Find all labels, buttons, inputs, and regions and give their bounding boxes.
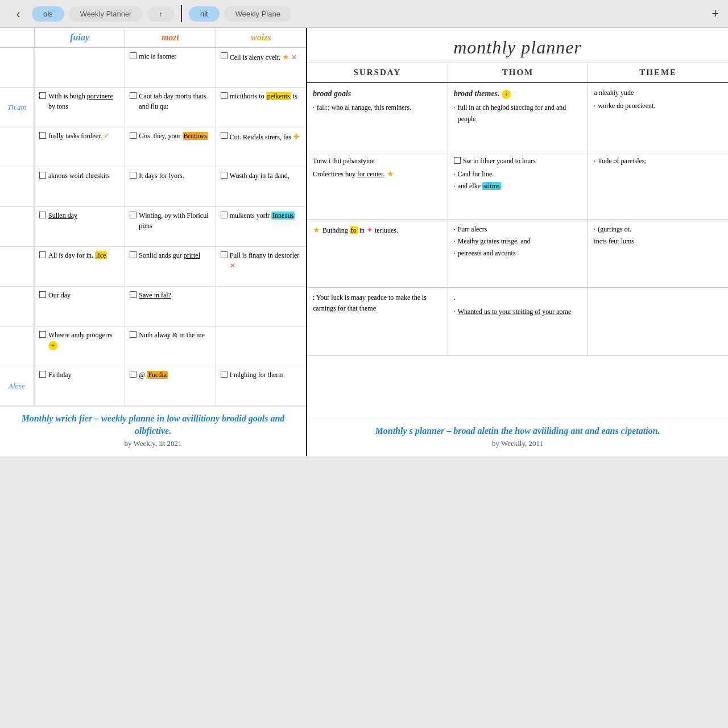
monthly-col-sursday: SURSDAY: [307, 63, 448, 82]
monthly-cell-r1-c1: broad goals · fall:; who al nanage, this…: [307, 83, 448, 151]
cell-text: Winting, oy with Floricul pims: [139, 210, 210, 231]
table-row: Alase Firthday @ Fucdia I mlghing for th…: [0, 366, 306, 406]
monthly-col-theme: THEME: [588, 63, 728, 82]
checkbox[interactable]: [221, 132, 228, 139]
checkbox[interactable]: [39, 371, 46, 378]
bullet-item: · fall:; who al nanage, this reminers.: [313, 102, 442, 113]
checkbox[interactable]: [39, 331, 46, 338]
left-tab3[interactable]: ↑: [147, 6, 174, 22]
checkbox[interactable]: [39, 251, 46, 258]
bullet-item: · and elke sdirns: [454, 181, 582, 192]
checkbox[interactable]: [130, 52, 136, 59]
checkbox-item: Sw io filuer yoand to lours: [454, 156, 582, 167]
checkbox[interactable]: [221, 92, 228, 99]
header-empty: [0, 28, 34, 47]
monthly-row: Tutw i thit pabarstyine Crolectices buy …: [307, 151, 728, 220]
checkbox[interactable]: [454, 157, 461, 164]
monthly-cell-r4-c1: : Your luck is maay peadue to make the i…: [307, 288, 448, 355]
cell-r8-c1: Firthday: [34, 366, 125, 406]
table-row: Sullen day Winting, oy with Floricul pim…: [0, 207, 306, 247]
cell-r7-c1: Wheere andy proogerrs +: [34, 326, 125, 366]
checkbox[interactable]: [130, 251, 136, 258]
row-label-empty3: [0, 167, 34, 206]
right-panel-caption: Monthly s planner – broad aletin the how…: [307, 419, 728, 456]
main-content: fuiay mozt woizs mic is faomer Cell is a…: [0, 28, 728, 456]
cell-text: mulkents yorlr Inneaus: [230, 210, 295, 221]
checkbox[interactable]: [221, 172, 228, 179]
right-tab1[interactable]: nit: [189, 6, 220, 22]
weekly-table: fuiay mozt woizs mic is faomer Cell is a…: [0, 28, 306, 406]
cell-r4-c1: Sullen day: [34, 207, 125, 246]
cell-text: Caut iab day mortu thats and flu qu:: [139, 91, 210, 111]
right-caption-sub: by Weeklly, 2011: [316, 439, 719, 448]
cell-text: full in at ch heglod staccing for and an…: [458, 102, 582, 124]
right-caption-title: Monthly s planner – broad aletin the how…: [316, 425, 719, 437]
checkbox[interactable]: [221, 52, 228, 59]
checkbox[interactable]: [39, 212, 46, 218]
right-tab-weekly-plane[interactable]: Weekly Plane: [224, 6, 292, 22]
table-row: Wheere andy proogerrs + Nuth alway & in …: [0, 326, 306, 366]
add-button[interactable]: +: [712, 6, 719, 21]
cell-text: Tude of pareisles;: [598, 156, 647, 167]
checkbox[interactable]: [39, 172, 46, 179]
checkbox[interactable]: [130, 331, 136, 338]
cell-r6-c1: Our day: [34, 287, 125, 326]
bullet-item: · Meathy gctates tnisge. and: [454, 236, 582, 247]
checkbox[interactable]: [130, 92, 136, 99]
table-row: mic is faomer Cell is aleny cveir. ★ ✕: [0, 48, 306, 88]
checkbox[interactable]: [221, 251, 228, 258]
monthly-cell-r4-c3: [588, 288, 728, 355]
table-row: Th.am With is buigh porvinere by tons Ca…: [0, 88, 306, 127]
header-woizs: woizs: [216, 28, 306, 47]
right-panel-monthly: monthly planner SURSDAY THOM THEME broad…: [307, 28, 728, 456]
monthly-row: ★ Buthding fo in ✦ teriuues. · Furr alec…: [307, 220, 728, 288]
cell-text: Whanted us to your steiting of your aome: [458, 307, 572, 317]
cell-r5-c3: Full is finany in dextorler ✕: [216, 247, 306, 286]
monthly-table-body: broad goals · fall:; who al nanage, this…: [307, 83, 728, 419]
cell-title: broad themes. +: [454, 88, 582, 100]
cell-r0-c1: [34, 48, 125, 87]
table-row: All is day for in. lice Sonlid ands gur …: [0, 247, 306, 287]
cell-text: @ Fucdia: [139, 370, 168, 380]
cell-text: Nuth alway & in the me: [139, 330, 205, 340]
cell-text: It days for lyors.: [139, 171, 184, 181]
checkbox[interactable]: [130, 132, 136, 139]
cell-text: fall:; who al nanage, this reminers.: [317, 102, 411, 113]
bullet-item: · peireests and avcunts: [454, 248, 582, 259]
bullet-item: · Caul fur line.: [454, 169, 582, 180]
monthly-cell-r3-c3: · (gurtings ot. incts feut lums: [588, 220, 728, 287]
checkbox[interactable]: [39, 132, 46, 139]
left-tab1[interactable]: ols: [32, 6, 64, 22]
cell-text: Cut. Reidals strers, fas ✚: [230, 131, 300, 143]
monthly-cell-r3-c2: · Furr alecrs · Meathy gctates tnisge. a…: [448, 220, 588, 287]
checkbox[interactable]: [39, 291, 46, 298]
weekly-table-body: mic is faomer Cell is aleny cveir. ★ ✕ T…: [0, 48, 306, 406]
cell-text: Full is finany in dextorler ✕: [230, 250, 301, 271]
checkbox[interactable]: [221, 212, 228, 218]
monthly-row: : Your luck is maay peadue to make the i…: [307, 288, 728, 356]
monthly-cell-r4-c2: . · Whanted us to your steiting of your …: [448, 288, 588, 355]
checkbox[interactable]: [221, 371, 228, 378]
checkbox[interactable]: [130, 172, 136, 179]
checkbox[interactable]: [130, 371, 136, 378]
cell-text: Cell is aleny cveir. ★ ✕: [230, 51, 297, 63]
left-tab-weekly-planner[interactable]: Weekly Planner: [69, 6, 143, 22]
back-button[interactable]: ‹: [9, 5, 27, 23]
bullet-item: · Whanted us to your steiting of your ao…: [454, 307, 582, 317]
row-label-empty2: [0, 127, 34, 167]
cell-text: Sullen day: [48, 210, 77, 221]
cell-r8-c3: I mlghing for therm: [216, 366, 306, 406]
monthly-cell-r1-c2: broad themes. + · full in at ch heglod s…: [448, 83, 588, 151]
cell-text: and elke sdirns: [458, 181, 501, 192]
cell-r5-c1: All is day for in. lice: [34, 247, 125, 286]
cell-text: a nleakiy yude: [594, 88, 722, 98]
bullet-item: ★ Buthding fo in ✦ teriuues.: [313, 224, 442, 237]
monthly-cell-r1-c3: a nleakiy yude · worke do peorcieent.: [588, 83, 728, 151]
checkbox[interactable]: [130, 212, 136, 218]
checkbox[interactable]: [39, 92, 46, 99]
nav-divider: [181, 5, 182, 22]
cell-text: I mlghing for therm: [230, 370, 284, 380]
bullet-item: Tutw i thit pabarstyine: [313, 156, 442, 167]
checkbox[interactable]: [130, 291, 136, 298]
header-mozt: mozt: [125, 28, 215, 47]
